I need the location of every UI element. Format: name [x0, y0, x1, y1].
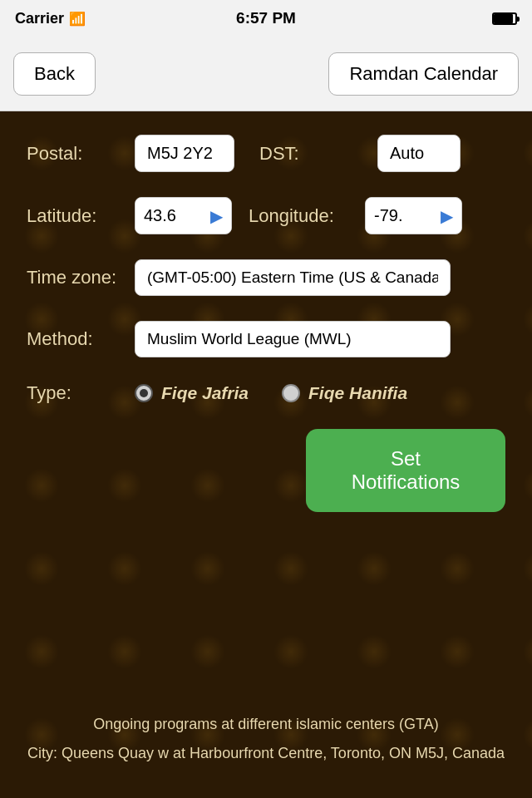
- method-input[interactable]: [135, 321, 451, 357]
- postal-label: Postal:: [27, 143, 135, 165]
- latitude-location-icon[interactable]: ▶: [202, 200, 231, 233]
- longitude-input[interactable]: [366, 198, 432, 234]
- set-notifications-row: Set Notifications: [27, 429, 505, 512]
- longitude-input-group: ▶: [365, 197, 462, 234]
- radio-fiqe-jafria[interactable]: Fiqe Jafria: [135, 383, 249, 403]
- dst-input[interactable]: [377, 135, 461, 172]
- radio-hanifia-label: Fiqe Hanifia: [308, 383, 407, 403]
- battery-area: [492, 12, 517, 25]
- bottom-line2: City: Queens Quay w at Harbourfront Cent…: [17, 742, 515, 765]
- settings-form: Postal: DST: Latitude: ▶ Longitude: ▶: [0, 111, 532, 512]
- dst-section: DST:: [259, 135, 461, 172]
- method-label: Method:: [27, 328, 135, 350]
- main-content: Postal: DST: Latitude: ▶ Longitude: ▶: [0, 111, 532, 798]
- method-row: Method:: [27, 321, 505, 357]
- longitude-label: Longitude:: [249, 205, 357, 227]
- battery-icon: [492, 12, 517, 25]
- radio-jafria-indicator: [135, 384, 153, 402]
- timezone-label: Time zone:: [27, 267, 135, 288]
- bottom-line1: Ongoing programs at different islamic ce…: [17, 713, 515, 736]
- timezone-input[interactable]: [135, 259, 451, 296]
- timezone-row: Time zone:: [27, 259, 505, 296]
- wifi-icon: 📶: [69, 11, 86, 27]
- latitude-input-group: ▶: [135, 197, 232, 234]
- longitude-location-icon[interactable]: ▶: [432, 200, 461, 233]
- carrier-label: Carrier: [15, 10, 64, 27]
- status-bar: Carrier 📶 6:57 PM: [0, 0, 532, 37]
- type-row: Type: Fiqe Jafria Fiqe Hanifia: [27, 382, 505, 404]
- back-button[interactable]: Back: [13, 52, 96, 96]
- set-notifications-button[interactable]: Set Notifications: [306, 429, 505, 512]
- dst-label: DST:: [259, 143, 367, 165]
- radio-jafria-label: Fiqe Jafria: [161, 383, 249, 403]
- ramdan-calendar-button[interactable]: Ramdan Calendar: [328, 52, 519, 96]
- time-display: 6:57 PM: [236, 9, 296, 27]
- lat-lon-row: Latitude: ▶ Longitude: ▶: [27, 197, 505, 234]
- radio-hanifia-indicator: [282, 384, 300, 402]
- carrier-info: Carrier 📶: [15, 10, 86, 27]
- radio-fiqe-hanifia[interactable]: Fiqe Hanifia: [282, 383, 407, 403]
- type-label: Type:: [27, 382, 135, 404]
- type-radio-group: Fiqe Jafria Fiqe Hanifia: [135, 383, 407, 403]
- postal-input[interactable]: [135, 135, 234, 172]
- postal-dst-row: Postal: DST:: [27, 135, 505, 172]
- nav-bar: Back Ramdan Calendar: [0, 37, 532, 111]
- latitude-input[interactable]: [135, 198, 202, 234]
- bottom-info: Ongoing programs at different islamic ce…: [0, 713, 532, 765]
- latitude-label: Latitude:: [27, 205, 135, 227]
